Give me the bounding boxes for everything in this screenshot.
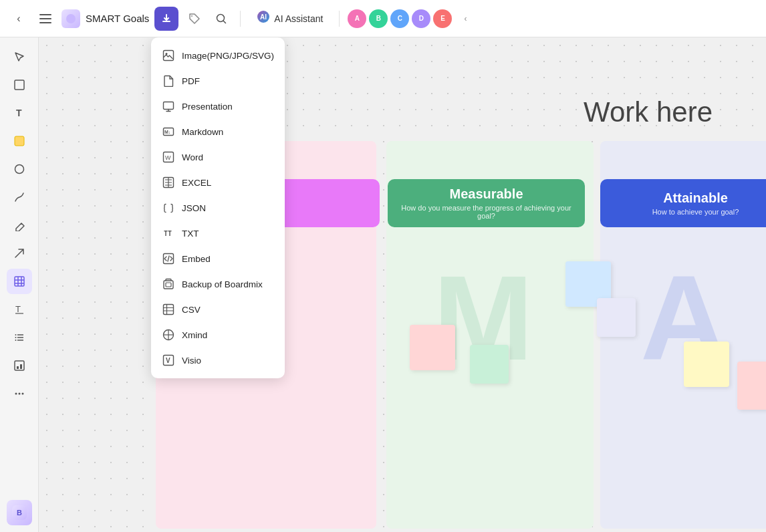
svg-point-20: [15, 340, 16, 341]
svg-rect-2: [39, 22, 51, 23]
chart-tool[interactable]: [7, 353, 32, 378]
svg-point-3: [66, 14, 76, 23]
sticky-note-2[interactable]: [470, 345, 509, 384]
sticky-tool[interactable]: [7, 128, 32, 154]
markdown-export-label: Markdown: [182, 127, 223, 137]
json-export-label: JSON: [182, 203, 206, 213]
sidebar-bottom-icon[interactable]: B: [7, 500, 32, 525]
svg-rect-41: [164, 305, 174, 315]
json-export-item[interactable]: JSON: [151, 195, 285, 221]
svg-rect-0: [39, 14, 51, 15]
canvas-area[interactable]: Work here Measurable How do you measure …: [39, 37, 766, 532]
visio-export-label: Visio: [182, 356, 201, 366]
frame-tool[interactable]: [7, 72, 32, 98]
sticky-note-5[interactable]: [684, 342, 729, 387]
sticky-note-4[interactable]: [597, 298, 636, 337]
svg-point-30: [166, 53, 168, 55]
ai-icon: AI: [257, 10, 270, 27]
menu-button[interactable]: [35, 8, 56, 29]
collab-avatars: A B C D E: [348, 9, 452, 28]
measurable-subtitle: How do you measure the progress of achie…: [397, 204, 576, 220]
sticky-note-6[interactable]: [737, 362, 766, 410]
svg-text:M↓: M↓: [164, 130, 170, 134]
back-button[interactable]: ‹: [8, 8, 29, 29]
txt-export-label: TXT: [182, 229, 199, 239]
tag-button[interactable]: [184, 8, 205, 29]
list-tool[interactable]: [7, 325, 32, 350]
svg-rect-12: [15, 277, 24, 286]
collab-chevron[interactable]: ‹: [457, 11, 473, 27]
doc-title: SMART Goals: [86, 13, 149, 24]
topbar: ‹ SMART Goals AI AI Assistant: [0, 0, 766, 37]
excel-export-icon: [162, 176, 175, 189]
svg-point-24: [15, 393, 17, 395]
csv-export-icon: [162, 303, 175, 316]
embed-export-label: Embed: [182, 254, 211, 264]
visio-export-item[interactable]: V Visio: [151, 348, 285, 373]
avatar-2[interactable]: B: [369, 9, 388, 28]
export-dropdown: Image(PNG/JPG/SVG) PDF Presentation M↓ M…: [151, 37, 285, 378]
backup-export-label: Backup of Boardmix: [182, 279, 263, 289]
csv-export-item[interactable]: CSV: [151, 297, 285, 322]
select-tool[interactable]: [7, 44, 32, 70]
measurable-card: Measurable How do you measure the progre…: [388, 179, 585, 227]
avatar-3[interactable]: C: [390, 9, 409, 28]
eraser-tool[interactable]: [7, 213, 32, 238]
svg-text:B: B: [17, 509, 22, 517]
markdown-export-item[interactable]: M↓ Markdown: [151, 119, 285, 144]
svg-rect-31: [164, 102, 174, 110]
xmind-export-icon: [162, 328, 175, 342]
svg-rect-23: [20, 364, 22, 369]
avatar-4[interactable]: D: [412, 9, 430, 28]
presentation-export-item[interactable]: Presentation: [151, 94, 285, 119]
markdown-export-icon: M↓: [162, 125, 175, 138]
separator-1: [240, 11, 241, 27]
embed-export-icon: [162, 252, 175, 265]
shape-tool[interactable]: [7, 156, 32, 182]
svg-rect-21: [15, 361, 24, 370]
svg-text:V: V: [166, 357, 170, 364]
word-export-item[interactable]: W Word: [151, 144, 285, 170]
svg-rect-22: [17, 366, 19, 369]
pdf-export-icon: [162, 74, 175, 88]
svg-rect-40: [166, 283, 171, 287]
doc-icon: [61, 9, 80, 28]
txt-export-item[interactable]: TT TXT: [151, 221, 285, 246]
ai-assistant-button[interactable]: AI AI Assistant: [249, 6, 331, 31]
avatar-1[interactable]: A: [348, 9, 366, 28]
svg-rect-10: [15, 136, 24, 146]
avatar-5[interactable]: E: [433, 9, 452, 28]
backup-export-item[interactable]: Backup of Boardmix: [151, 271, 285, 297]
embed-export-item[interactable]: Embed: [151, 246, 285, 271]
json-export-icon: [162, 201, 175, 215]
left-sidebar: T T: [0, 37, 39, 532]
text2-tool[interactable]: T: [7, 297, 32, 322]
svg-text:AI: AI: [260, 13, 267, 21]
excel-export-item[interactable]: EXCEL: [151, 170, 285, 195]
svg-rect-8: [15, 80, 24, 90]
search-button[interactable]: [211, 8, 232, 29]
table-tool[interactable]: [7, 269, 32, 294]
svg-rect-39: [164, 281, 173, 289]
more-tool[interactable]: [7, 381, 32, 406]
image-export-icon: [162, 49, 175, 62]
pdf-export-item[interactable]: PDF: [151, 68, 285, 94]
sticky-note-1[interactable]: [410, 325, 455, 370]
text-tool[interactable]: T: [7, 100, 32, 126]
xmind-export-label: Xmind: [182, 330, 207, 340]
separator-2: [339, 11, 340, 27]
pdf-export-label: PDF: [182, 76, 200, 86]
pen-tool[interactable]: [7, 184, 32, 210]
image-export-item[interactable]: Image(PNG/JPG/SVG): [151, 43, 285, 68]
visio-export-icon: V: [162, 354, 175, 367]
presentation-export-icon: [162, 100, 175, 113]
word-export-label: Word: [182, 152, 203, 162]
svg-text:TT: TT: [164, 230, 172, 237]
export-button[interactable]: [154, 7, 178, 31]
attainable-title: Attainable: [663, 190, 728, 206]
svg-text:W: W: [165, 154, 171, 161]
xmind-export-item[interactable]: Xmind: [151, 322, 285, 348]
connect-tool[interactable]: [7, 241, 32, 266]
ai-assistant-label: AI Assistant: [274, 13, 323, 24]
excel-export-label: EXCEL: [182, 178, 211, 188]
